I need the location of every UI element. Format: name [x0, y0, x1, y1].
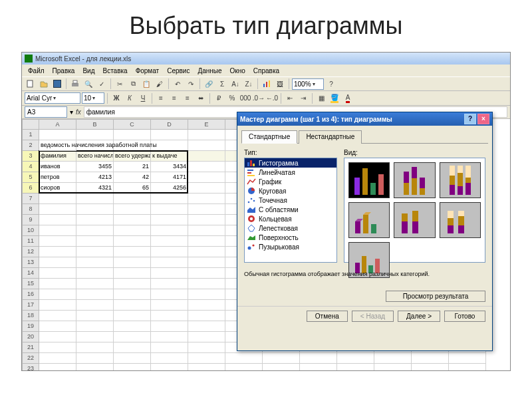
cell-A14[interactable] — [39, 268, 76, 279]
cell-F23[interactable] — [225, 364, 263, 370]
subtype-3d-100pct-stacked-column[interactable] — [440, 202, 481, 238]
cell-B1[interactable] — [76, 130, 114, 140]
cell-E20[interactable] — [188, 332, 225, 342]
cell-E18[interactable] — [188, 311, 225, 321]
col-header-B[interactable]: B — [76, 119, 114, 130]
chart-type-1[interactable]: Линейчатая — [245, 168, 336, 177]
menu-data[interactable]: Данные — [194, 66, 225, 75]
cell-C9[interactable] — [114, 215, 151, 225]
cell-B14[interactable] — [76, 268, 114, 279]
decrease-decimal-icon[interactable]: ←.0 — [266, 92, 278, 104]
cell-J22[interactable] — [374, 353, 412, 364]
cell-A1[interactable] — [39, 130, 76, 140]
cell-D3[interactable]: к выдаче — [151, 151, 188, 162]
col-header-E[interactable]: E — [188, 119, 225, 130]
bold-icon[interactable]: Ж — [110, 92, 122, 104]
cell-H23[interactable] — [300, 364, 337, 370]
cell-E22[interactable] — [188, 353, 225, 364]
cell-E23[interactable] — [188, 364, 225, 370]
row-header-15[interactable]: 15 — [22, 279, 39, 289]
cell-A19[interactable] — [39, 321, 76, 332]
cell-E8[interactable] — [188, 204, 225, 215]
cell-F22[interactable] — [225, 353, 263, 364]
comma-icon[interactable]: 000 — [239, 92, 251, 104]
cell-C21[interactable] — [114, 342, 151, 353]
hyperlink-icon[interactable]: 🔗 — [203, 78, 215, 90]
cut-icon[interactable]: ✂ — [114, 78, 126, 90]
cell-B3[interactable]: всего начисленно — [76, 151, 114, 162]
cell-D5[interactable]: 4171 — [151, 172, 188, 183]
spell-icon[interactable]: ✓ — [96, 78, 108, 90]
row-header-12[interactable]: 12 — [22, 247, 39, 257]
row-header-11[interactable]: 11 — [22, 236, 39, 247]
cell-C13[interactable] — [114, 257, 151, 268]
borders-icon[interactable]: ▦ — [315, 92, 327, 104]
cell-K22[interactable] — [412, 353, 449, 364]
open-icon[interactable] — [38, 78, 50, 90]
cell-D19[interactable] — [151, 321, 188, 332]
row-header-18[interactable]: 18 — [22, 311, 39, 321]
italic-icon[interactable]: К — [124, 92, 136, 104]
dialog-titlebar[interactable]: Мастер диаграмм (шаг 1 из 4): тип диагра… — [237, 112, 492, 126]
cell-B7[interactable] — [76, 194, 114, 204]
cell-C1[interactable] — [114, 130, 151, 140]
help-icon[interactable]: ? — [325, 78, 337, 90]
cell-B10[interactable] — [76, 225, 114, 236]
cell-A18[interactable] — [39, 311, 76, 321]
font-color-icon[interactable]: A — [342, 92, 354, 104]
cell-H22[interactable] — [300, 353, 337, 364]
cell-D20[interactable] — [151, 332, 188, 342]
cell-A5[interactable]: петров — [39, 172, 76, 183]
cell-B22[interactable] — [76, 353, 114, 364]
fontsize-combo[interactable]: 10▾ — [82, 92, 104, 104]
fx-icon[interactable]: fx — [76, 108, 81, 116]
cell-B13[interactable] — [76, 257, 114, 268]
cell-A12[interactable] — [39, 247, 76, 257]
percent-icon[interactable]: % — [226, 92, 238, 104]
chart-type-9[interactable]: Пузырьковая — [245, 242, 336, 251]
row-header-5[interactable]: 5 — [22, 172, 39, 183]
cell-C16[interactable] — [114, 289, 151, 300]
cell-C5[interactable]: 42 — [114, 172, 151, 183]
row-header-9[interactable]: 9 — [22, 215, 39, 225]
cell-A6[interactable]: сиоров — [39, 183, 76, 194]
cell-E3[interactable] — [188, 151, 225, 162]
cell-A2[interactable]: ведомость начисления заработной платы — [39, 140, 76, 151]
menu-tools[interactable]: Сервис — [164, 66, 193, 75]
preview-result-button[interactable]: Просмотр результата — [386, 291, 485, 302]
tab-custom[interactable]: Нестандартные — [299, 130, 362, 144]
cell-E9[interactable] — [188, 215, 225, 225]
format-painter-icon[interactable]: 🖌 — [154, 78, 166, 90]
new-icon[interactable] — [25, 78, 37, 90]
row-header-19[interactable]: 19 — [22, 321, 39, 332]
copy-icon[interactable]: ⧉ — [127, 78, 139, 90]
cell-E13[interactable] — [188, 257, 225, 268]
cell-C20[interactable] — [114, 332, 151, 342]
subtype-3d-clustered-column[interactable] — [348, 202, 390, 238]
cell-A22[interactable] — [39, 353, 76, 364]
dialog-close-icon[interactable]: × — [477, 114, 489, 124]
col-header-C[interactable]: C — [114, 119, 151, 130]
drawing-icon[interactable]: 🖼 — [274, 78, 286, 90]
row-header-22[interactable]: 22 — [22, 353, 39, 364]
row-header-23[interactable]: 23 — [22, 364, 39, 370]
cell-D11[interactable] — [151, 236, 188, 247]
cell-G23[interactable] — [263, 364, 300, 370]
subtype-clustered-column[interactable] — [348, 162, 390, 198]
row-header-4[interactable]: 4 — [22, 162, 39, 172]
cell-C14[interactable] — [114, 268, 151, 279]
cell-D23[interactable] — [151, 364, 188, 370]
finish-button[interactable]: Готово — [444, 311, 485, 322]
cell-A16[interactable] — [39, 289, 76, 300]
name-box[interactable]: A3 — [25, 106, 67, 118]
cell-A4[interactable]: иванов — [39, 162, 76, 172]
cell-D21[interactable] — [151, 342, 188, 353]
select-all-corner[interactable] — [22, 119, 39, 130]
cell-B4[interactable]: 3455 — [76, 162, 114, 172]
cell-B11[interactable] — [76, 236, 114, 247]
row-header-20[interactable]: 20 — [22, 332, 39, 342]
col-header-D[interactable]: D — [151, 119, 188, 130]
underline-icon[interactable]: Ч — [137, 92, 149, 104]
back-button[interactable]: < Назад — [352, 311, 394, 322]
cell-D10[interactable] — [151, 225, 188, 236]
